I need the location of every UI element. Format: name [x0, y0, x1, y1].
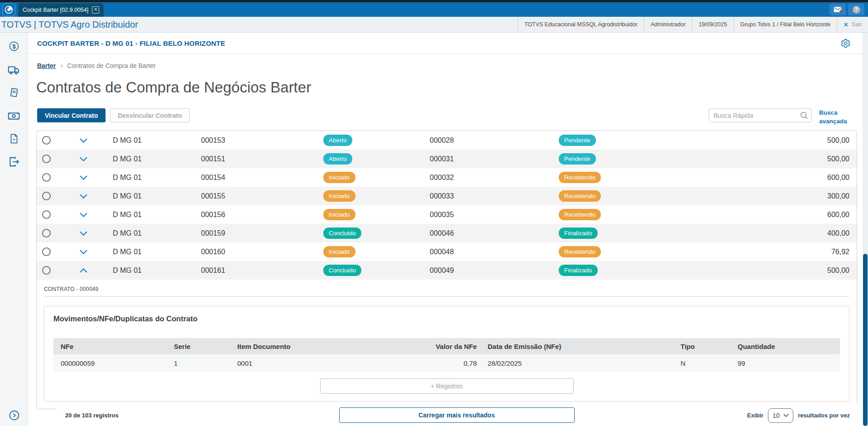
status-badge: Iniciado [323, 172, 355, 184]
cell-numero: 000048 [430, 248, 559, 256]
search-icon [800, 111, 808, 120]
expand-row-button[interactable] [78, 192, 89, 200]
sidebar-expand-button[interactable] [5, 408, 23, 422]
chevron-down-icon [80, 231, 87, 236]
sidebar-item-contratos[interactable] [5, 85, 23, 100]
svg-text:$: $ [12, 43, 16, 50]
situacao-badge: Recebendo [559, 246, 601, 258]
breadcrumb-current: Contratos de Compra de Barter [67, 62, 156, 69]
help-button[interactable]: ? [848, 4, 864, 15]
logout-label: Sair [852, 21, 862, 28]
mail-button[interactable] [830, 4, 846, 15]
totvs-logo[interactable] [2, 3, 15, 16]
expand-row-button[interactable] [78, 248, 89, 256]
cell-data-emissao: 28/02/2025 [480, 359, 673, 367]
branch-info[interactable]: Grupo Totvs 1 / Filial Belo Horizonte [734, 17, 837, 32]
environment-info: TOTVS Educacional MSSQL Agrodistribuidor [518, 17, 644, 32]
row-select-radio[interactable] [42, 229, 51, 237]
currency-dollar-icon: $ [8, 40, 20, 52]
cockpit-title-bar: COCKPIT BARTER - D MG 01 - FILIAL BELO H… [28, 33, 863, 54]
desvincular-contrato-button[interactable]: Desvincular Contrato [110, 108, 190, 122]
cell-valor: 76,92 [724, 248, 849, 256]
row-select-radio[interactable] [42, 210, 51, 219]
sidebar: $ [0, 33, 28, 426]
contract-row[interactable]: D MG 01 000153 Aberto 000028 Pendente 50… [37, 131, 857, 150]
contract-row[interactable]: D MG 01 000159 Concluido 000046 Finaliza… [37, 224, 857, 242]
logout-icon [8, 156, 20, 168]
load-more-button[interactable]: Carregar mais resultados [339, 407, 575, 423]
expand-row-button[interactable] [78, 266, 89, 275]
breadcrumb-link-barter[interactable]: Barter [37, 62, 56, 69]
chevron-down-icon [80, 250, 87, 254]
movimentos-table: NFe Serie Item Documento Valor da NFe Da… [53, 338, 840, 372]
file-minus-icon [9, 133, 19, 144]
application-topbar: Cockpit Barter [02.9.0054] ✕ ? [0, 2, 868, 17]
sidebar-item-sair-modulo[interactable] [5, 155, 23, 169]
expand-row-button[interactable] [78, 155, 89, 163]
contract-row[interactable]: D MG 01 000155 Iniciado 000033 Recebendo… [37, 187, 857, 205]
sidebar-item-documentos[interactable] [5, 131, 23, 146]
vincular-contrato-button[interactable]: Vincular Contrato [37, 108, 106, 122]
cell-numero: 000028 [430, 136, 559, 145]
row-select-radio[interactable] [42, 247, 51, 256]
truck-icon [8, 63, 20, 76]
contract-row[interactable]: D MG 01 000151 Aberto 000031 Pendente 50… [37, 150, 857, 168]
row-select-radio[interactable] [42, 266, 51, 275]
row-select-radio[interactable] [42, 192, 51, 200]
cell-valor: 300,00 [724, 192, 849, 200]
vertical-scrollbar[interactable] [863, 33, 868, 426]
expand-row-button[interactable] [78, 174, 89, 182]
expand-row-button[interactable] [78, 136, 89, 145]
note-document-icon [8, 87, 19, 98]
status-badge: Aberto [323, 153, 352, 165]
cell-item-documento: 0001 [230, 359, 425, 367]
brand-text: TOTVS | TOTVS Agro Distribuidor [1, 19, 138, 30]
row-select-radio[interactable] [42, 155, 51, 163]
page-size-value: 10 [772, 412, 780, 419]
sidebar-item-pagamentos[interactable] [5, 108, 23, 123]
page-size-control: Exibir 10 resultados por vez [747, 408, 850, 423]
col-data-emissao: Data de Emissão (NFe) [480, 343, 673, 350]
cell-valor: 600,00 [724, 211, 849, 219]
situacao-badge: Recebendo [559, 172, 601, 184]
contract-row[interactable]: D MG 01 000161 Concluido 000049 Finaliza… [37, 261, 857, 280]
add-registros-button[interactable]: + Registros [320, 378, 574, 394]
totvs-logo-icon [4, 5, 14, 15]
contracts-table: D MG 01 000153 Aberto 000028 Pendente 50… [36, 131, 857, 409]
tab-close-icon[interactable]: ✕ [92, 6, 99, 14]
cell-quantidade: 99 [730, 359, 840, 367]
movimentos-card: Movimentos/NFe/Duplicatas do Contrato NF… [44, 306, 849, 402]
sidebar-item-financeiro[interactable]: $ [5, 39, 23, 53]
row-select-radio[interactable] [42, 136, 51, 145]
logout-x-icon: ✕ [844, 21, 849, 28]
row-select-radio[interactable] [42, 173, 51, 182]
chevron-down-icon [80, 213, 87, 217]
chevron-down-icon [80, 157, 87, 161]
expand-row-button[interactable] [78, 229, 89, 237]
search-input[interactable] [709, 108, 812, 122]
contract-row[interactable]: D MG 01 000156 Iniciado 000035 Recebendo… [37, 205, 857, 224]
sidebar-item-logistica[interactable] [5, 62, 23, 77]
info-bar: TOTVS | TOTVS Agro Distribuidor TOTVS Ed… [0, 17, 868, 33]
logout-button[interactable]: ✕ Sair [837, 17, 868, 32]
page-size-select[interactable]: 10 [768, 408, 793, 423]
movimentos-data-row: 000000059 1 0001 0,78 28/02/2025 N 99 [53, 354, 840, 372]
contract-row[interactable]: D MG 01 000160 Iniciado 000048 Recebendo… [37, 242, 857, 261]
cell-numero: 000032 [430, 174, 559, 182]
scrollbar-thumb[interactable] [863, 254, 868, 426]
settings-button[interactable] [840, 38, 851, 48]
advanced-search-link[interactable]: Busca avançada [819, 108, 852, 126]
search-button[interactable] [800, 111, 808, 121]
status-badge: Iniciado [323, 246, 355, 258]
cell-contrato: 000153 [201, 136, 323, 145]
expand-row-button[interactable] [78, 211, 89, 219]
window-tab[interactable]: Cockpit Barter [02.9.0054] ✕ [18, 3, 104, 17]
money-bill-icon [8, 110, 20, 122]
col-quantidade: Quantidade [730, 343, 840, 350]
contract-row[interactable]: D MG 01 000154 Iniciado 000032 Recebendo… [37, 168, 857, 187]
window-tab-title: Cockpit Barter [02.9.0054] [23, 7, 88, 13]
cell-filial: D MG 01 [113, 174, 201, 182]
cell-valor: 400,00 [724, 229, 849, 237]
pagination-footer: 20 de 103 registros Carregar mais result… [56, 405, 857, 426]
status-badge: Iniciado [323, 209, 355, 221]
